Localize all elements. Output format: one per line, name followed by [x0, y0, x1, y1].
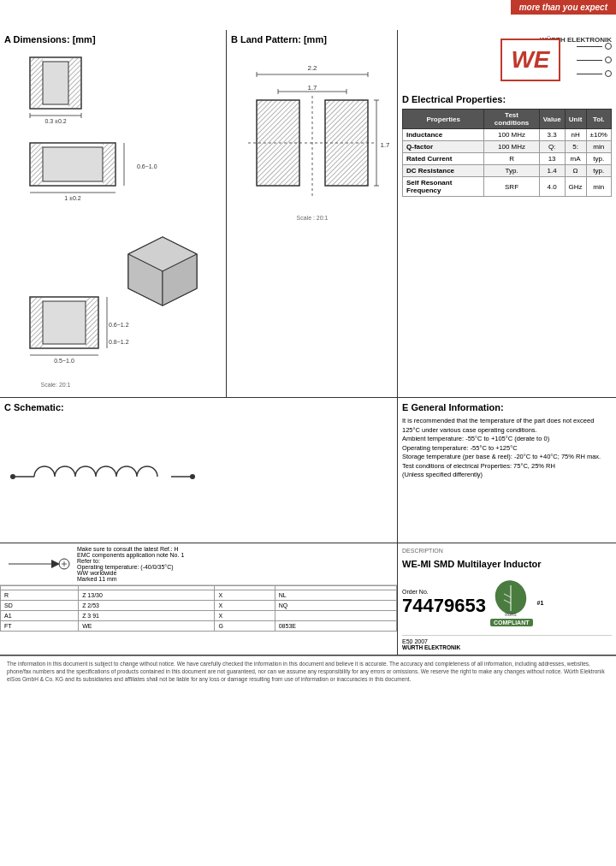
prop-value: 4.0: [539, 177, 565, 197]
rev-cell: Z 3 91: [79, 611, 215, 621]
prop-name: DC Resistance: [403, 165, 484, 177]
rev-cell: X: [215, 611, 275, 621]
rev-cell: NQ: [275, 601, 396, 611]
section-d-title: D Electrical Properties:: [402, 94, 612, 104]
table-row: Q-factor 100 MHz Q: 5: min: [403, 141, 612, 153]
section-b-title: B Land Pattern: [mm]: [231, 34, 393, 44]
prop-value: 1.4: [539, 165, 565, 177]
rev-cell: A1: [1, 611, 79, 621]
rev-cell: X: [215, 590, 275, 601]
elec-header-value: Value: [539, 110, 565, 129]
prop-unit: GHz: [565, 177, 586, 197]
prop-testcond: R: [484, 153, 539, 165]
schematic-drawing: [4, 425, 218, 528]
product-name: WE-MI SMD Multilayer Inductor: [402, 558, 612, 570]
dimension-drawings: 0.3 ±0.2 1 ±0.2 0.6~1.0: [4, 49, 222, 391]
svg-rect-23: [86, 297, 98, 348]
prop-tol: typ.: [586, 153, 611, 165]
svg-text:0.6~1.0: 0.6~1.0: [137, 163, 157, 169]
logo-area: WE WÜRTH ELEKTRONIK: [402, 34, 612, 86]
prop-name: Rated Current: [403, 153, 484, 165]
we-connector-lines: [577, 43, 612, 77]
svg-rect-10: [30, 143, 43, 186]
prop-value: Q:: [539, 141, 565, 153]
prop-tol: ±10%: [586, 129, 611, 141]
bom-note: Make sure to consult the latest Ref.: H …: [77, 546, 184, 582]
prop-tol: typ.: [586, 165, 611, 177]
elec-header-tol: Tol.: [586, 110, 611, 129]
section-c: C Schematic:: [0, 398, 398, 543]
svg-rect-22: [30, 297, 43, 348]
table-row: A1 Z 3 91 X: [1, 611, 397, 621]
svg-rect-11: [103, 143, 116, 186]
part-number-section: DESCRIPTION WE-MI SMD Multilayer Inducto…: [398, 543, 616, 655]
table-row: R Z 13/30 X NL: [1, 590, 397, 601]
rev-cell: NL: [275, 590, 396, 601]
rev-cell: Z 13/30: [79, 590, 215, 601]
rev-cell: [275, 611, 396, 621]
prop-unit: nH: [565, 129, 586, 141]
prop-testcond: 100 MHz: [484, 129, 539, 141]
electrical-properties-table: Properties Test conditions Value Unit To…: [402, 109, 612, 197]
table-row: Self Resonant Frequency SRF 4.0 GHz min: [403, 177, 612, 197]
table-row: Inductance 100 MHz 3.3 nH ±10%: [403, 129, 612, 141]
svg-text:1.7: 1.7: [380, 141, 390, 149]
prop-name: Self Resonant Frequency: [403, 177, 484, 197]
svg-text:1.7: 1.7: [307, 84, 317, 92]
svg-text:Scale : 20:1: Scale : 20:1: [297, 215, 329, 221]
section-e-title: E General Information:: [402, 402, 612, 412]
rev-cell: Z 2/53: [79, 601, 215, 611]
svg-text:1 ±0.2: 1 ±0.2: [64, 195, 81, 201]
section-b: B Land Pattern: [mm] 2.2 1.7: [227, 30, 398, 397]
land-pattern-drawing: 2.2 1.7 1.7 Scale : 20:1: [231, 49, 394, 348]
svg-rect-2: [30, 57, 43, 109]
svg-text:0.6~1.2: 0.6~1.2: [109, 322, 129, 328]
section-logo-elec: WE WÜRTH ELEKTRONIK D Electrical Propert…: [398, 30, 616, 397]
order-code-label: Order No.: [402, 589, 486, 595]
svg-text:0.8~1.2: 0.8~1.2: [109, 339, 129, 345]
compliant-badge: COMPLIANT: [490, 619, 533, 626]
prop-tol: min: [586, 141, 611, 153]
we-letters: WE: [511, 48, 549, 72]
we-brand-footer: WÜRTH ELEKTRONIK: [402, 644, 612, 650]
footer-text: The information in this document is subj…: [7, 661, 605, 682]
arrow-diagram: [4, 547, 73, 581]
svg-rect-24: [43, 301, 86, 344]
footer-disclaimer: The information in this document is subj…: [0, 655, 616, 686]
prop-unit: Ω: [565, 165, 586, 177]
table-row: Rated Current R 13 mA typ.: [403, 153, 612, 165]
svg-text:0.5~1.0: 0.5~1.0: [54, 358, 74, 364]
svg-text:Scale: 20:1: Scale: 20:1: [40, 382, 70, 388]
svg-rect-3: [68, 57, 81, 109]
rev-cell: SD: [1, 601, 79, 611]
revision-table: R Z 13/30 X NL SD Z 2/53 X NQ A1 Z 3 91: [0, 585, 397, 632]
svg-text:2.2: 2.2: [307, 64, 317, 72]
prop-value: 3.3: [539, 129, 565, 141]
elec-header-unit: Unit: [565, 110, 586, 129]
section-e-text: It is recommended that the temperature o…: [402, 417, 612, 480]
svg-rect-12: [43, 147, 103, 181]
prop-value: 13: [539, 153, 565, 165]
table-row: DC Resistance Typ. 1.4 Ω typ.: [403, 165, 612, 177]
svg-rect-39: [257, 100, 299, 186]
prop-tol: min: [586, 177, 611, 197]
rev-cell: R: [1, 590, 79, 601]
prop-name: Inductance: [403, 129, 484, 141]
svg-rect-4: [43, 62, 68, 104]
elec-header-testcond: Test conditions: [484, 110, 539, 129]
table-row: SD Z 2/53 X NQ: [1, 601, 397, 611]
description-label: DESCRIPTION: [402, 548, 612, 554]
header-tagline: more than you expect: [511, 0, 616, 15]
prop-unit: mA: [565, 153, 586, 165]
rev-cell: 0853E: [275, 621, 396, 632]
svg-text:RoHS: RoHS: [506, 612, 518, 617]
prop-unit: 5:: [565, 141, 586, 153]
section-a-title: A Dimensions: [mm]: [4, 34, 222, 44]
svg-text:0.3 ±0.2: 0.3 ±0.2: [44, 118, 66, 124]
prop-testcond: 100 MHz: [484, 141, 539, 153]
section-a: A Dimensions: [mm] 0.3 ±: [0, 30, 227, 397]
prop-testcond: Typ.: [484, 165, 539, 177]
rev-cell: WE: [79, 621, 215, 632]
rev-cell: FT: [1, 621, 79, 632]
table-row: FT WE G 0853E: [1, 621, 397, 632]
